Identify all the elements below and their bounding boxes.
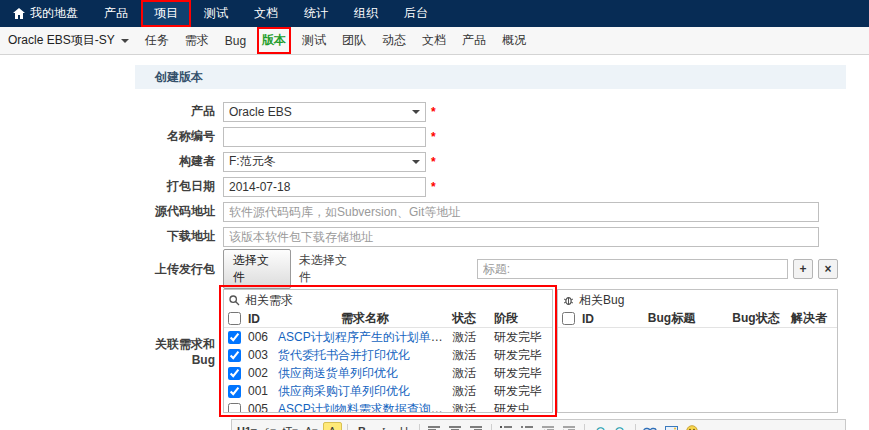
story-checkbox[interactable]: [228, 403, 241, 414]
story-row[interactable]: 006 ASCP计划程序产生的计划单按最小包装量修正 激活 研发完毕: [224, 328, 552, 346]
indent-icon: [563, 426, 575, 430]
align-center-icon: [449, 426, 461, 430]
sub-nav-doc[interactable]: 文档: [422, 32, 446, 49]
sub-nav-story[interactable]: 需求: [185, 32, 209, 49]
stories-select-all-checkbox[interactable]: [228, 312, 241, 325]
product-select[interactable]: Oracle EBS: [223, 102, 426, 122]
required-mark: *: [431, 180, 436, 194]
story-row[interactable]: 005 ASCP计划物料需求数据查询优化 激活 研发中: [224, 400, 552, 413]
story-link[interactable]: ASCP计划程序产生的计划单按最小包装量修正: [278, 330, 452, 344]
image-button[interactable]: [662, 422, 681, 430]
story-link[interactable]: 供应商送货单列印优化: [278, 366, 398, 380]
story-checkbox[interactable]: [228, 331, 241, 344]
download-label: 下载地址: [135, 228, 223, 245]
sub-nav-test[interactable]: 测试: [302, 32, 326, 49]
stories-panel-title: 相关需求: [245, 292, 293, 309]
no-file-text: 未选择文件: [299, 252, 359, 286]
download-input[interactable]: [223, 227, 819, 247]
name-input[interactable]: [223, 127, 426, 147]
related-bugs-panel: 相关Bug ID Bug标题 Bug状态 解决者: [557, 289, 838, 413]
top-nav-admin[interactable]: 后台: [391, 0, 441, 27]
sub-nav-dynamic[interactable]: 动态: [382, 32, 406, 49]
undo-button[interactable]: ↶: [590, 422, 609, 430]
top-nav-label: 我的地盘: [30, 5, 78, 22]
story-row[interactable]: 001 供应商采购订单列印优化 激活 研发完毕: [224, 382, 552, 400]
font-size-button[interactable]: tT▾: [281, 422, 300, 430]
page-title: 创建版本: [135, 65, 846, 89]
bold-button[interactable]: B: [353, 422, 372, 430]
text-color-button[interactable]: A▾: [302, 422, 321, 430]
story-link[interactable]: 供应商采购订单列印优化: [278, 384, 410, 398]
remove-file-button[interactable]: ×: [818, 259, 838, 279]
story-checkbox[interactable]: [228, 385, 241, 398]
file-title-input[interactable]: [477, 259, 788, 279]
story-checkbox[interactable]: [228, 349, 241, 362]
toolbar-separator: [491, 424, 492, 430]
image-icon: [665, 426, 678, 430]
sub-nav-task[interactable]: 任务: [145, 32, 169, 49]
story-link[interactable]: 货代委托书合并打印优化: [278, 348, 410, 362]
download-row: 下载地址: [135, 224, 846, 249]
chevron-down-icon: [412, 110, 420, 114]
sub-nav-bug[interactable]: Bug: [225, 34, 246, 48]
toolbar-separator: [635, 424, 636, 430]
top-nav-project[interactable]: 项目: [141, 0, 191, 27]
col-id: ID: [582, 312, 616, 326]
top-nav-org[interactable]: 组织: [341, 0, 391, 27]
sub-nav-product[interactable]: 产品: [462, 32, 486, 49]
upload-row: 上传发行包 选择文件 未选择文件 + ×: [135, 249, 846, 289]
builder-select[interactable]: F:范元冬: [223, 152, 426, 172]
story-link[interactable]: ASCP计划物料需求数据查询优化: [278, 402, 452, 414]
heading-button[interactable]: H1▾: [236, 422, 258, 430]
emoticon-icon: [686, 425, 698, 430]
highlight-color-button[interactable]: A: [323, 422, 342, 430]
add-file-button[interactable]: +: [793, 259, 813, 279]
scm-label: 源代码地址: [135, 203, 223, 220]
choose-file-button[interactable]: 选择文件: [223, 249, 291, 289]
indent-button[interactable]: [560, 422, 579, 430]
bugs-select-all-checkbox[interactable]: [562, 312, 575, 325]
italic-button[interactable]: I: [374, 422, 393, 430]
top-nav-my-zone[interactable]: 我的地盘: [0, 0, 91, 27]
story-checkbox[interactable]: [228, 367, 241, 380]
bug-icon: [563, 295, 574, 306]
link-label: 关联需求和Bug: [135, 336, 223, 367]
align-right-button[interactable]: [467, 422, 486, 430]
date-input[interactable]: [223, 177, 426, 197]
align-left-button[interactable]: [425, 422, 444, 430]
underline-button[interactable]: U: [395, 422, 414, 430]
unordered-list-button[interactable]: [518, 422, 537, 430]
required-mark: *: [431, 155, 436, 169]
chevron-down-icon: [412, 160, 420, 164]
ordered-list-icon: [500, 426, 512, 430]
top-nav-report[interactable]: 统计: [291, 0, 341, 27]
date-row: 打包日期 *: [135, 174, 846, 199]
col-name: 需求名称: [278, 310, 452, 327]
link-row: 关联需求和Bug 相关需求 ID 需求名称 状态 阶段: [135, 289, 846, 413]
font-family-button[interactable]: ƒ▾: [260, 422, 279, 430]
required-mark: *: [431, 105, 436, 119]
top-nav-product[interactable]: 产品: [91, 0, 141, 27]
emoticon-button[interactable]: [683, 422, 702, 430]
top-nav-doc[interactable]: 文档: [241, 0, 291, 27]
toolbar-separator: [584, 424, 585, 430]
name-row: 名称编号 *: [135, 124, 846, 149]
story-row[interactable]: 002 供应商送货单列印优化 激活 研发完毕: [224, 364, 552, 382]
top-nav-test[interactable]: 测试: [191, 0, 241, 27]
project-switcher[interactable]: Oracle EBS项目-SY: [8, 32, 129, 49]
scm-input[interactable]: [223, 202, 819, 222]
outdent-button[interactable]: [539, 422, 558, 430]
redo-button[interactable]: ↷: [611, 422, 630, 430]
ordered-list-button[interactable]: [497, 422, 516, 430]
sub-nav-overview[interactable]: 概况: [502, 32, 526, 49]
story-row[interactable]: 003 货代委托书合并打印优化 激活 研发完毕: [224, 346, 552, 364]
upload-label: 上传发行包: [135, 261, 223, 278]
align-right-icon: [470, 426, 482, 430]
product-label: 产品: [135, 103, 223, 120]
link-button[interactable]: [641, 422, 660, 430]
chevron-down-icon: [121, 39, 129, 43]
align-center-button[interactable]: [446, 422, 465, 430]
sub-nav-team[interactable]: 团队: [342, 32, 366, 49]
sub-nav-build[interactable]: 版本: [262, 32, 286, 49]
search-icon: [229, 295, 240, 306]
